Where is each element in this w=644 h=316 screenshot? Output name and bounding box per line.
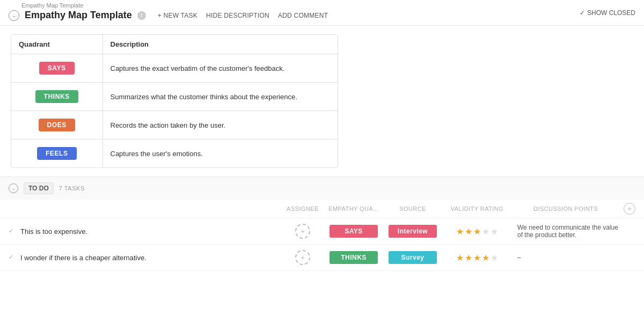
table-row: THINKS Summarizes what the customer thin… (11, 83, 338, 111)
star-empty: ★ (491, 226, 498, 237)
task-section-header: ⌄ TO DO 7 TASKS (0, 177, 644, 200)
quadrant-badge[interactable]: FEELS (37, 147, 77, 160)
discussion-cell: We need to communicate the value of the … (512, 224, 619, 239)
col-validity-header: VALIDITY RATING (442, 205, 512, 212)
show-closed-label: SHOW CLOSED (587, 9, 635, 17)
star-empty: ★ (491, 253, 498, 263)
description-cell: Captures the exact verbatim of the custo… (103, 54, 338, 83)
source-cell: Survey (383, 251, 442, 264)
empathy-badge[interactable]: THINKS (330, 251, 378, 264)
assignee-cell: + (281, 224, 324, 239)
avatar-add-button[interactable]: + (295, 224, 310, 239)
table-row: SAYS Captures the exact verbatim of the … (11, 54, 338, 83)
col-discussion-header: DISCUSSION POINTS (512, 205, 619, 212)
toolbar-actions: + NEW TASK HIDE DESCRIPTION ADD COMMENT (158, 12, 328, 19)
discussion-cell: – (512, 254, 619, 261)
quadrant-cell: DOES (11, 111, 103, 139)
task-row: ✓ This is too expensive. + SAYS Intervie… (0, 218, 644, 245)
star-empty: ★ (482, 226, 489, 237)
col-assignee-header: ASSIGNEE (281, 205, 324, 212)
task-section: ⌄ TO DO 7 TASKS ASSIGNEE EMPATHY QUA... … (0, 177, 644, 271)
col-description-header: Description (103, 35, 338, 54)
source-cell: Interview (383, 225, 442, 238)
quadrant-cell: THINKS (11, 83, 103, 111)
star-filled: ★ (465, 226, 472, 237)
description-cell: Records the action taken by the user. (103, 111, 338, 139)
empathy-cell: THINKS (324, 251, 383, 264)
description-cell: Summarizes what the customer thinks abou… (103, 83, 338, 111)
task-check-icon[interactable]: ✓ (9, 227, 16, 235)
validity-cell: ★★★★★ (442, 226, 512, 237)
new-task-button[interactable]: + NEW TASK (158, 12, 197, 19)
avatar-add-button[interactable]: + (295, 250, 310, 265)
quadrant-badge[interactable]: SAYS (39, 62, 75, 75)
table-row: FEELS Captures the user's emotions. (11, 139, 338, 168)
top-bar: Empathy Map Template ⌄ Empathy Map Templ… (0, 0, 644, 26)
source-badge[interactable]: Survey (389, 251, 437, 264)
description-cell: Captures the user's emotions. (103, 139, 338, 168)
star-filled: ★ (473, 226, 481, 237)
title-row: ⌄ Empathy Map Template i + NEW TASK HIDE… (9, 10, 328, 21)
col-quadrant-header: Quadrant (11, 35, 103, 54)
todo-badge: TO DO (24, 182, 54, 194)
quadrant-badge[interactable]: DOES (39, 119, 75, 131)
star-filled: ★ (473, 253, 481, 263)
task-check-icon[interactable]: ✓ (9, 254, 16, 261)
task-title: I wonder if there is a cheaper alternati… (20, 254, 281, 262)
task-row: ✓ I wonder if there is a cheaper alterna… (0, 245, 644, 271)
col-headers: ASSIGNEE EMPATHY QUA... SOURCE VALIDITY … (0, 200, 644, 218)
task-count: 7 TASKS (59, 185, 85, 192)
empathy-cell: SAYS (324, 225, 383, 238)
quadrant-cell: SAYS (11, 54, 103, 83)
quadrant-badge[interactable]: THINKS (35, 90, 78, 103)
task-title: This is too expensive. (20, 227, 281, 236)
star-filled: ★ (456, 253, 464, 263)
star-filled: ★ (465, 253, 472, 263)
col-source-header: SOURCE (383, 205, 442, 212)
info-icon[interactable]: i (137, 11, 146, 20)
quadrant-cell: FEELS (11, 139, 103, 168)
star-filled: ★ (482, 253, 489, 263)
validity-cell: ★★★★★ (442, 253, 512, 263)
section-collapse-button[interactable]: ⌄ (9, 183, 18, 193)
breadcrumb: Empathy Map Template (21, 2, 83, 9)
collapse-button[interactable]: ⌄ (9, 10, 19, 21)
show-closed-button[interactable]: ✓ SHOW CLOSED (580, 9, 635, 17)
hide-description-button[interactable]: HIDE DESCRIPTION (206, 12, 269, 19)
col-empathy-header: EMPATHY QUA... (324, 205, 383, 212)
check-icon: ✓ (580, 9, 585, 17)
page-title: Empathy Map Template (25, 10, 132, 21)
star-filled: ★ (456, 226, 464, 237)
empathy-badge[interactable]: SAYS (330, 225, 378, 238)
assignee-cell: + (281, 250, 324, 265)
table-row: DOES Records the action taken by the use… (11, 111, 338, 139)
add-comment-button[interactable]: ADD COMMENT (278, 12, 328, 19)
add-column-button[interactable]: + (624, 203, 635, 215)
source-badge[interactable]: Interview (389, 225, 437, 238)
description-table: Quadrant Description SAYS Captures the e… (11, 34, 338, 168)
